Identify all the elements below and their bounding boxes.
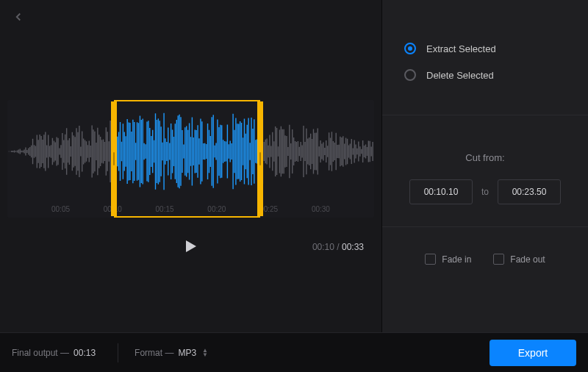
- cut-from-input[interactable]: [409, 179, 473, 204]
- waveform-area[interactable]: 00:05 00:10 00:15 00:20 00:25 00:30: [7, 100, 374, 218]
- option-extract-selected[interactable]: Extract Selected: [404, 43, 566, 54]
- sort-icon: ▲▼: [202, 348, 208, 357]
- option-delete-selected[interactable]: Delete Selected: [404, 69, 566, 81]
- back-button[interactable]: [12, 10, 25, 24]
- radio-icon: [404, 43, 416, 54]
- option-label: Delete Selected: [426, 70, 494, 81]
- selection-handle-right[interactable]: [257, 101, 263, 216]
- selection-region[interactable]: [114, 100, 261, 218]
- option-label: Extract Selected: [426, 43, 496, 54]
- checkbox-label: Fade out: [510, 254, 545, 265]
- cut-from-label: Cut from:: [397, 152, 573, 163]
- divider: [118, 343, 118, 362]
- format-select[interactable]: Format — MP3 ▲▼: [135, 348, 208, 358]
- fade-in-checkbox[interactable]: Fade in: [425, 254, 471, 265]
- selection-handle-left[interactable]: [111, 101, 117, 216]
- svg-marker-260: [186, 240, 196, 252]
- play-button[interactable]: [182, 237, 201, 257]
- checkbox-label: Fade in: [442, 254, 471, 265]
- radio-icon: [404, 69, 416, 81]
- export-button[interactable]: Export: [490, 340, 576, 366]
- checkbox-icon: [425, 254, 436, 265]
- playback-time: 00:10 / 00:33: [312, 242, 364, 252]
- cut-to-input[interactable]: [498, 179, 561, 204]
- to-label: to: [481, 187, 489, 197]
- fade-out-checkbox[interactable]: Fade out: [493, 254, 545, 265]
- final-output: Final output — 00:13: [12, 348, 96, 358]
- checkbox-icon: [493, 254, 504, 265]
